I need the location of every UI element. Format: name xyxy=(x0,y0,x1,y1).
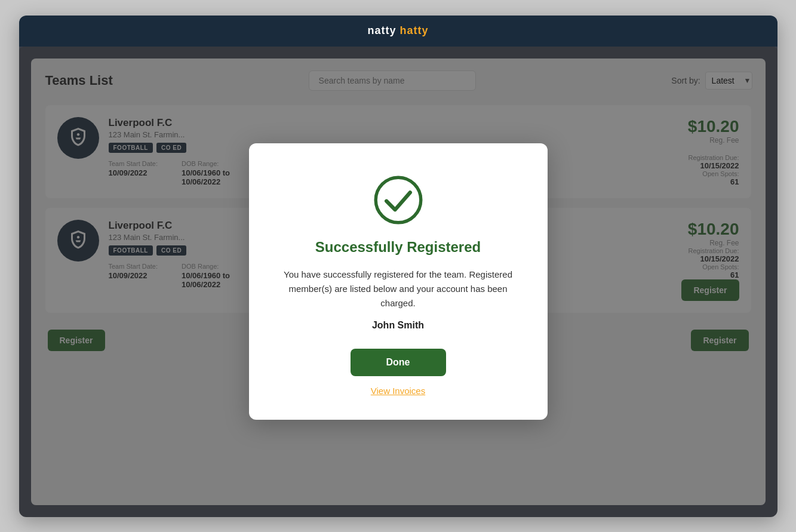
modal-title: Successfully Registered xyxy=(315,239,481,256)
browser-window: natty hatty Teams List Sort by: Latest ▼ xyxy=(19,16,777,517)
logo-hatty: hatty xyxy=(400,24,429,36)
view-invoices-link[interactable]: View Invoices xyxy=(371,386,425,396)
done-button[interactable]: Done xyxy=(351,349,446,376)
main-content: Teams List Sort by: Latest ▼ xyxy=(19,47,777,517)
top-bar: natty hatty xyxy=(19,16,777,47)
logo-natty: natty xyxy=(367,24,396,36)
modal-member: John Smith xyxy=(372,320,424,331)
modal-overlay: Successfully Registered You have success… xyxy=(19,47,777,517)
success-check-icon xyxy=(371,173,425,227)
svg-point-0 xyxy=(376,177,421,223)
logo: natty hatty xyxy=(367,24,428,37)
success-modal: Successfully Registered You have success… xyxy=(249,143,548,420)
modal-body: You have successfully registered for the… xyxy=(273,267,524,310)
